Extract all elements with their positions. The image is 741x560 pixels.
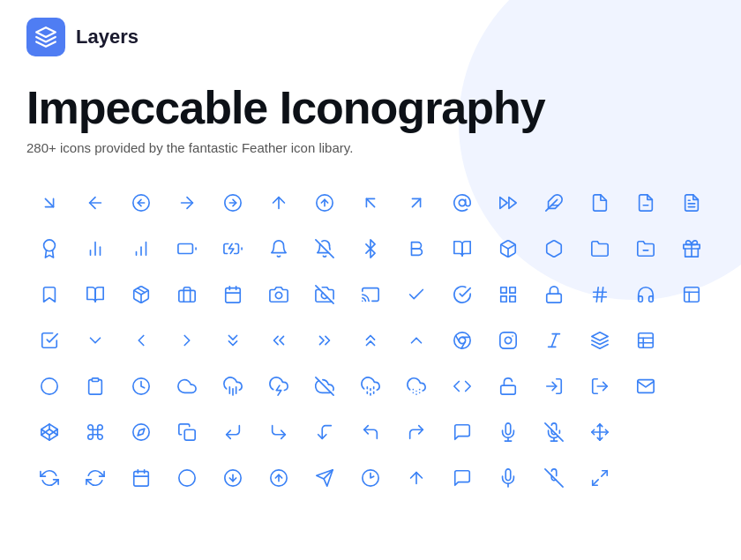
icon-folder-minus <box>623 226 669 272</box>
icon-folder <box>577 226 623 272</box>
svg-rect-100 <box>184 429 195 440</box>
icon-layers <box>577 317 623 363</box>
icon-bluetooth <box>348 226 393 272</box>
svg-rect-46 <box>501 287 506 293</box>
icon-clock <box>118 363 164 409</box>
icon-battery-charging <box>210 226 256 272</box>
icon-box <box>485 226 531 272</box>
svg-rect-49 <box>501 296 506 302</box>
icon-move <box>577 409 623 455</box>
icon-cloud-rain <box>210 363 256 409</box>
icon-chevrons-left <box>256 317 302 363</box>
icon-circle3 <box>210 455 256 501</box>
icon-bell-off <box>302 226 348 272</box>
svg-point-43 <box>275 292 281 298</box>
svg-rect-63 <box>500 332 516 348</box>
icon-arrow-right <box>164 180 210 226</box>
icon-message-square <box>439 409 485 455</box>
hero-heading: Impeccable Iconography <box>26 83 715 133</box>
icon-row-2 <box>26 226 715 272</box>
svg-rect-48 <box>510 296 515 302</box>
svg-rect-69 <box>639 333 654 348</box>
icon-circle4 <box>256 455 302 501</box>
icon-arrow-up-circle <box>302 180 348 226</box>
hero-section: Impeccable Iconography 280+ icons provid… <box>26 83 715 155</box>
svg-point-98 <box>133 424 149 440</box>
logo <box>26 18 65 56</box>
icon-cloud <box>164 363 210 409</box>
icon-bold <box>393 226 439 272</box>
icon-feather <box>531 180 577 226</box>
icon-arrow-right-circle <box>210 180 256 226</box>
icon-arrow-down-right <box>26 180 72 226</box>
icon-log-in <box>531 363 577 409</box>
icon-arrow-up-left <box>348 180 393 226</box>
hero-subtitle: 280+ icons provided by the fantastic Fea… <box>26 140 715 155</box>
icon-lock-open <box>485 363 531 409</box>
svg-rect-74 <box>92 378 98 382</box>
icon-row-6 <box>26 409 715 455</box>
svg-point-21 <box>44 240 56 251</box>
icon-briefcase <box>164 272 210 317</box>
svg-marker-14 <box>509 198 516 209</box>
svg-marker-15 <box>500 198 507 209</box>
svg-line-122 <box>545 469 563 487</box>
svg-line-44 <box>316 286 333 303</box>
svg-rect-50 <box>547 294 562 302</box>
icon-chevron-right <box>164 317 210 363</box>
icon-row-3 <box>26 272 715 317</box>
icon-grid <box>485 272 531 317</box>
icon-chevron-left <box>118 317 164 363</box>
app-title: Layers <box>76 26 138 49</box>
icon-codepen <box>26 409 72 455</box>
icon-calendar3 <box>118 455 164 501</box>
icon-cast <box>348 272 393 317</box>
icon-code <box>439 363 485 409</box>
icon-gift <box>669 226 715 272</box>
svg-marker-99 <box>138 429 145 436</box>
svg-rect-108 <box>134 472 149 487</box>
icon-speech-bubble <box>439 455 485 501</box>
icon-bookmark <box>26 272 72 317</box>
icon-mic <box>485 409 531 455</box>
icon-refresh-cw <box>72 455 118 501</box>
icon-corner-down-left <box>210 409 256 455</box>
icon-refresh-ccw <box>26 455 72 501</box>
svg-rect-38 <box>179 291 195 302</box>
header: Layers <box>26 18 715 56</box>
icon-row-1 <box>26 180 715 226</box>
svg-line-53 <box>596 287 598 302</box>
svg-rect-92 <box>501 385 516 394</box>
icon-award <box>26 226 72 272</box>
icon-cloud-off <box>302 363 348 409</box>
icon-command <box>72 409 118 455</box>
icon-mic2 <box>485 455 531 501</box>
icon-maximize <box>577 455 623 501</box>
icon-chrome <box>439 317 485 363</box>
icon-cloud-drizzle <box>348 363 393 409</box>
svg-marker-0 <box>36 27 56 37</box>
icon-book-open2 <box>72 272 118 317</box>
icon-chevrons-up <box>348 317 393 363</box>
svg-point-13 <box>459 200 465 206</box>
icon-lock <box>531 272 577 317</box>
icon-mail <box>623 363 669 409</box>
icon-italic <box>531 317 577 363</box>
icon-chevrons-down <box>210 317 256 363</box>
icon-file-text <box>669 180 715 226</box>
icon-at-sign <box>439 180 485 226</box>
svg-point-73 <box>41 378 57 394</box>
icon-corner-down-right <box>256 409 302 455</box>
svg-rect-28 <box>178 244 193 254</box>
icon-hash <box>577 272 623 317</box>
icon-calendar <box>210 272 256 317</box>
icon-book-open <box>439 226 485 272</box>
icon-arrow-up <box>256 180 302 226</box>
svg-line-123 <box>602 471 607 476</box>
icon-clipboard <box>72 363 118 409</box>
svg-line-12 <box>412 199 420 207</box>
icon-headphones <box>623 272 669 317</box>
icon-camera <box>256 272 302 317</box>
icon-file <box>577 180 623 226</box>
icon-corner-up-right <box>393 409 439 455</box>
